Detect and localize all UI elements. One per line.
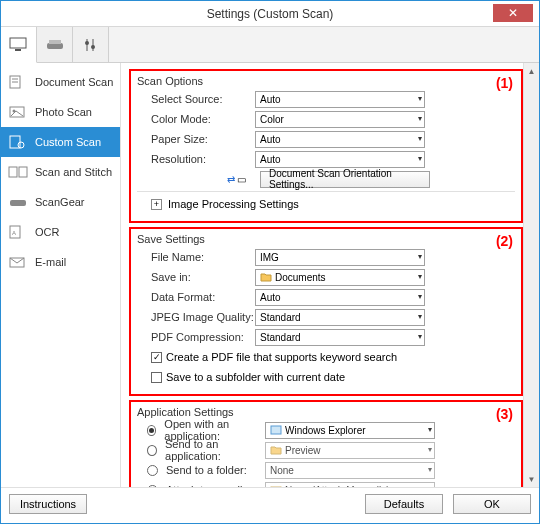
send-folder-dropdown[interactable]: None▾ (265, 462, 435, 479)
scanner-icon (45, 37, 65, 53)
scrollbar[interactable]: ▲ ▼ (523, 63, 539, 487)
select-source-label: Select Source: (137, 93, 255, 105)
sidebar-item-scan-and-stitch[interactable]: Scan and Stitch (1, 157, 120, 187)
chevron-down-icon: ▾ (418, 332, 422, 341)
scroll-up-icon[interactable]: ▲ (524, 63, 539, 79)
sidebar-item-photo-scan[interactable]: Photo Scan (1, 97, 120, 127)
paper-size-dropdown[interactable]: Auto▾ (255, 131, 425, 148)
chevron-down-icon: ▾ (418, 312, 422, 321)
page-icon[interactable]: ▭ (237, 174, 246, 185)
svg-rect-1 (15, 49, 21, 51)
custom-scan-icon (7, 134, 29, 150)
expand-image-processing[interactable]: + (151, 199, 162, 210)
top-mode-tabs (1, 27, 539, 63)
chevron-down-icon: ▾ (428, 465, 432, 474)
resolution-dropdown[interactable]: Auto▾ (255, 151, 425, 168)
tab-scan-from-pc[interactable] (1, 27, 37, 63)
tab-scan-from-panel[interactable] (37, 27, 73, 62)
send-app-dropdown[interactable]: Preview▾ (265, 442, 435, 459)
chevron-down-icon: ▾ (418, 252, 422, 261)
stitch-icon (7, 164, 29, 180)
sidebar-item-label: E-mail (35, 256, 66, 268)
subfolder-label: Save to a subfolder with current date (166, 371, 345, 383)
explorer-icon (270, 424, 282, 436)
resolution-label: Resolution: (137, 153, 255, 165)
file-name-input[interactable]: IMG▾ (255, 249, 425, 266)
tab-general-settings[interactable] (73, 27, 109, 62)
chevron-down-icon: ▾ (418, 94, 422, 103)
attach-email-dropdown[interactable]: None (Attach Manually)▾ (265, 482, 435, 488)
annotation-2: (2) (496, 233, 513, 249)
instructions-button[interactable]: Instructions (9, 494, 87, 514)
sidebar-item-label: Custom Scan (35, 136, 101, 148)
sidebar-item-label: Document Scan (35, 76, 113, 88)
ocr-icon: A (7, 224, 29, 240)
chevron-down-icon: ▾ (418, 154, 422, 163)
folder-icon (260, 271, 272, 283)
orientation-settings-button[interactable]: Document Scan Orientation Settings... (260, 171, 430, 188)
subfolder-checkbox[interactable] (151, 372, 162, 383)
svg-rect-3 (49, 40, 61, 44)
open-with-dropdown[interactable]: Windows Explorer▾ (265, 422, 435, 439)
svg-rect-21 (271, 426, 281, 434)
keyword-search-label: Create a PDF file that supports keyword … (166, 351, 397, 363)
defaults-button[interactable]: Defaults (365, 494, 443, 514)
sidebar-item-document-scan[interactable]: Document Scan (1, 67, 120, 97)
pdf-compression-dropdown[interactable]: Standard▾ (255, 329, 425, 346)
sidebar-item-label: Photo Scan (35, 106, 92, 118)
monitor-icon (9, 37, 29, 53)
open-with-radio[interactable] (147, 425, 156, 436)
send-folder-radio[interactable] (147, 465, 158, 476)
sidebar-item-label: ScanGear (35, 196, 85, 208)
document-scan-icon (7, 74, 29, 90)
titlebar: Settings (Custom Scan) ✕ (1, 1, 539, 27)
sliders-icon (81, 37, 101, 53)
svg-point-6 (85, 41, 89, 45)
chevron-down-icon: ▾ (418, 114, 422, 123)
image-processing-label: Image Processing Settings (168, 198, 299, 210)
scan-options-title: Scan Options (137, 75, 515, 87)
chevron-down-icon: ▾ (428, 425, 432, 434)
color-mode-dropdown[interactable]: Color▾ (255, 111, 425, 128)
chevron-down-icon: ▾ (428, 445, 432, 454)
data-format-dropdown[interactable]: Auto▾ (255, 289, 425, 306)
sidebar-item-custom-scan[interactable]: Custom Scan (1, 127, 120, 157)
chevron-down-icon: ▾ (418, 134, 422, 143)
jpeg-quality-dropdown[interactable]: Standard▾ (255, 309, 425, 326)
application-settings-section: (3) Application Settings Open with an ap… (129, 400, 523, 487)
scangear-icon (7, 194, 29, 210)
sidebar-item-label: Scan and Stitch (35, 166, 112, 178)
footer: Instructions Defaults OK (1, 487, 539, 519)
paper-size-label: Paper Size: (137, 133, 255, 145)
color-mode-label: Color Mode: (137, 113, 255, 125)
ok-button[interactable]: OK (453, 494, 531, 514)
select-source-dropdown[interactable]: Auto▾ (255, 91, 425, 108)
scroll-down-icon[interactable]: ▼ (524, 471, 539, 487)
svg-rect-15 (9, 167, 17, 177)
application-settings-title: Application Settings (137, 406, 515, 418)
send-app-label: Send to an application: (165, 438, 265, 462)
keyword-search-checkbox[interactable]: ✓ (151, 352, 162, 363)
chevron-down-icon: ▾ (418, 272, 422, 281)
attach-email-radio[interactable] (147, 485, 158, 488)
sidebar: Document Scan Photo Scan Custom Scan Sca… (1, 63, 121, 487)
svg-rect-0 (10, 38, 26, 48)
svg-point-14 (18, 142, 24, 148)
sidebar-item-ocr[interactable]: A OCR (1, 217, 120, 247)
scan-options-section: (1) Scan Options Select Source:Auto▾ Col… (129, 69, 523, 223)
data-format-label: Data Format: (137, 291, 255, 303)
save-in-dropdown[interactable]: Documents▾ (255, 269, 425, 286)
send-folder-label: Send to a folder: (166, 464, 247, 476)
sidebar-item-email[interactable]: E-mail (1, 247, 120, 277)
svg-rect-17 (10, 200, 26, 206)
swap-arrows-icon[interactable]: ⇄ (227, 174, 235, 185)
content-area: (1) Scan Options Select Source:Auto▾ Col… (121, 63, 539, 487)
pdf-compression-label: PDF Compression: (137, 331, 255, 343)
close-button[interactable]: ✕ (493, 4, 533, 22)
folder-icon (270, 444, 282, 456)
send-app-radio[interactable] (147, 445, 157, 456)
mail-icon (270, 484, 282, 487)
attach-email-label: Attach to e-mail: (166, 484, 245, 487)
sidebar-item-scangear[interactable]: ScanGear (1, 187, 120, 217)
save-settings-title: Save Settings (137, 233, 515, 245)
